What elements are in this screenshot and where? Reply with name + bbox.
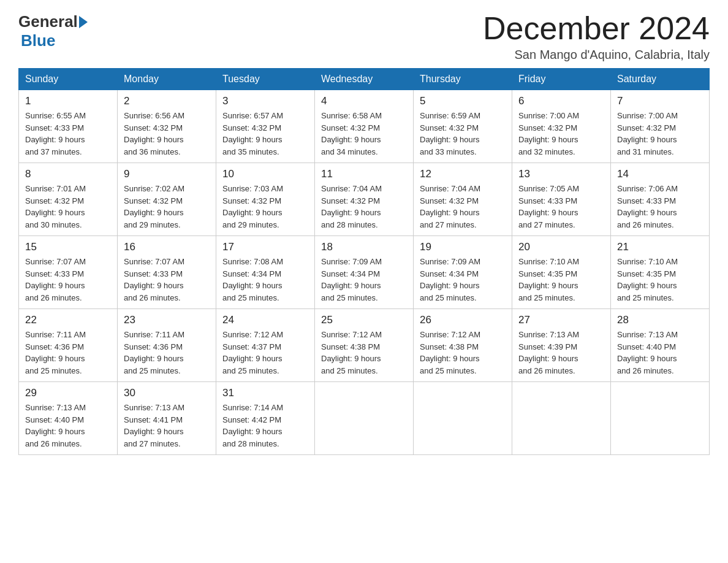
calendar-cell: 12 Sunrise: 7:04 AM Sunset: 4:32 PM Dayl… bbox=[414, 163, 512, 236]
logo-arrow-icon bbox=[79, 16, 88, 28]
location-title: San Mango d'Aquino, Calabria, Italy bbox=[483, 48, 710, 62]
day-number: 3 bbox=[222, 95, 308, 107]
logo: General Blue bbox=[18, 12, 88, 50]
day-number: 5 bbox=[420, 95, 506, 107]
day-number: 29 bbox=[25, 387, 111, 399]
calendar-cell: 10 Sunrise: 7:03 AM Sunset: 4:32 PM Dayl… bbox=[216, 163, 315, 236]
day-number: 15 bbox=[25, 241, 111, 253]
day-info: Sunrise: 7:07 AM Sunset: 4:33 PM Dayligh… bbox=[124, 256, 210, 304]
day-info: Sunrise: 7:13 AM Sunset: 4:41 PM Dayligh… bbox=[124, 402, 210, 450]
day-info: Sunrise: 7:00 AM Sunset: 4:32 PM Dayligh… bbox=[518, 110, 604, 158]
day-info: Sunrise: 7:08 AM Sunset: 4:34 PM Dayligh… bbox=[222, 256, 308, 304]
day-info: Sunrise: 7:04 AM Sunset: 4:32 PM Dayligh… bbox=[420, 183, 506, 231]
calendar-cell: 20 Sunrise: 7:10 AM Sunset: 4:35 PM Dayl… bbox=[512, 236, 611, 309]
calendar-cell: 28 Sunrise: 7:13 AM Sunset: 4:40 PM Dayl… bbox=[611, 309, 710, 382]
day-number: 30 bbox=[124, 387, 210, 399]
day-number: 9 bbox=[124, 168, 210, 180]
day-info: Sunrise: 7:12 AM Sunset: 4:38 PM Dayligh… bbox=[420, 329, 506, 377]
calendar-cell bbox=[315, 382, 414, 455]
day-info: Sunrise: 7:12 AM Sunset: 4:37 PM Dayligh… bbox=[222, 329, 308, 377]
calendar-week-row: 15 Sunrise: 7:07 AM Sunset: 4:33 PM Dayl… bbox=[19, 236, 710, 309]
calendar-cell: 7 Sunrise: 7:00 AM Sunset: 4:32 PM Dayli… bbox=[611, 90, 710, 163]
calendar-cell: 19 Sunrise: 7:09 AM Sunset: 4:34 PM Dayl… bbox=[414, 236, 512, 309]
day-info: Sunrise: 7:05 AM Sunset: 4:33 PM Dayligh… bbox=[518, 183, 604, 231]
calendar-cell: 17 Sunrise: 7:08 AM Sunset: 4:34 PM Dayl… bbox=[216, 236, 315, 309]
calendar-cell: 31 Sunrise: 7:14 AM Sunset: 4:42 PM Dayl… bbox=[216, 382, 315, 455]
day-number: 2 bbox=[124, 95, 210, 107]
calendar-cell: 8 Sunrise: 7:01 AM Sunset: 4:32 PM Dayli… bbox=[19, 163, 118, 236]
day-number: 22 bbox=[25, 314, 111, 326]
logo-general-text: General bbox=[18, 12, 78, 31]
weekday-header-saturday: Saturday bbox=[611, 69, 710, 90]
calendar-cell: 26 Sunrise: 7:12 AM Sunset: 4:38 PM Dayl… bbox=[414, 309, 512, 382]
day-info: Sunrise: 7:13 AM Sunset: 4:40 PM Dayligh… bbox=[617, 329, 703, 377]
calendar-cell: 24 Sunrise: 7:12 AM Sunset: 4:37 PM Dayl… bbox=[216, 309, 315, 382]
day-info: Sunrise: 7:14 AM Sunset: 4:42 PM Dayligh… bbox=[222, 402, 308, 450]
calendar-table: SundayMondayTuesdayWednesdayThursdayFrid… bbox=[18, 68, 710, 455]
day-info: Sunrise: 7:13 AM Sunset: 4:40 PM Dayligh… bbox=[25, 402, 111, 450]
day-number: 12 bbox=[420, 168, 506, 180]
day-info: Sunrise: 7:04 AM Sunset: 4:32 PM Dayligh… bbox=[321, 183, 407, 231]
day-info: Sunrise: 6:55 AM Sunset: 4:33 PM Dayligh… bbox=[25, 110, 111, 158]
calendar-cell bbox=[414, 382, 512, 455]
day-number: 7 bbox=[617, 95, 703, 107]
calendar-cell: 29 Sunrise: 7:13 AM Sunset: 4:40 PM Dayl… bbox=[19, 382, 118, 455]
day-info: Sunrise: 7:00 AM Sunset: 4:32 PM Dayligh… bbox=[617, 110, 703, 158]
day-info: Sunrise: 7:09 AM Sunset: 4:34 PM Dayligh… bbox=[321, 256, 407, 304]
calendar-cell: 14 Sunrise: 7:06 AM Sunset: 4:33 PM Dayl… bbox=[611, 163, 710, 236]
day-info: Sunrise: 7:12 AM Sunset: 4:38 PM Dayligh… bbox=[321, 329, 407, 377]
day-number: 27 bbox=[518, 314, 604, 326]
day-number: 14 bbox=[617, 168, 703, 180]
page-header: General Blue December 2024 San Mango d'A… bbox=[18, 12, 710, 62]
day-number: 25 bbox=[321, 314, 407, 326]
day-number: 10 bbox=[222, 168, 308, 180]
day-number: 6 bbox=[518, 95, 604, 107]
day-number: 20 bbox=[518, 241, 604, 253]
day-info: Sunrise: 7:11 AM Sunset: 4:36 PM Dayligh… bbox=[25, 329, 111, 377]
calendar-week-row: 29 Sunrise: 7:13 AM Sunset: 4:40 PM Dayl… bbox=[19, 382, 710, 455]
day-number: 11 bbox=[321, 168, 407, 180]
calendar-cell: 22 Sunrise: 7:11 AM Sunset: 4:36 PM Dayl… bbox=[19, 309, 118, 382]
day-info: Sunrise: 7:07 AM Sunset: 4:33 PM Dayligh… bbox=[25, 256, 111, 304]
weekday-header-wednesday: Wednesday bbox=[315, 69, 414, 90]
day-number: 28 bbox=[617, 314, 703, 326]
weekday-header-friday: Friday bbox=[512, 69, 611, 90]
day-number: 17 bbox=[222, 241, 308, 253]
calendar-cell: 5 Sunrise: 6:59 AM Sunset: 4:32 PM Dayli… bbox=[414, 90, 512, 163]
day-number: 31 bbox=[222, 387, 308, 399]
calendar-cell: 6 Sunrise: 7:00 AM Sunset: 4:32 PM Dayli… bbox=[512, 90, 611, 163]
calendar-cell: 18 Sunrise: 7:09 AM Sunset: 4:34 PM Dayl… bbox=[315, 236, 414, 309]
calendar-cell bbox=[611, 382, 710, 455]
calendar-header-row: SundayMondayTuesdayWednesdayThursdayFrid… bbox=[19, 69, 710, 90]
calendar-cell: 23 Sunrise: 7:11 AM Sunset: 4:36 PM Dayl… bbox=[118, 309, 216, 382]
day-info: Sunrise: 7:11 AM Sunset: 4:36 PM Dayligh… bbox=[124, 329, 210, 377]
day-info: Sunrise: 6:59 AM Sunset: 4:32 PM Dayligh… bbox=[420, 110, 506, 158]
day-number: 13 bbox=[518, 168, 604, 180]
day-info: Sunrise: 7:13 AM Sunset: 4:39 PM Dayligh… bbox=[518, 329, 604, 377]
day-info: Sunrise: 6:58 AM Sunset: 4:32 PM Dayligh… bbox=[321, 110, 407, 158]
day-number: 8 bbox=[25, 168, 111, 180]
day-number: 18 bbox=[321, 241, 407, 253]
day-info: Sunrise: 6:57 AM Sunset: 4:32 PM Dayligh… bbox=[222, 110, 308, 158]
day-info: Sunrise: 7:09 AM Sunset: 4:34 PM Dayligh… bbox=[420, 256, 506, 304]
day-info: Sunrise: 7:10 AM Sunset: 4:35 PM Dayligh… bbox=[518, 256, 604, 304]
calendar-cell: 2 Sunrise: 6:56 AM Sunset: 4:32 PM Dayli… bbox=[118, 90, 216, 163]
calendar-cell: 30 Sunrise: 7:13 AM Sunset: 4:41 PM Dayl… bbox=[118, 382, 216, 455]
day-info: Sunrise: 6:56 AM Sunset: 4:32 PM Dayligh… bbox=[124, 110, 210, 158]
calendar-cell: 4 Sunrise: 6:58 AM Sunset: 4:32 PM Dayli… bbox=[315, 90, 414, 163]
day-number: 1 bbox=[25, 95, 111, 107]
title-section: December 2024 San Mango d'Aquino, Calabr… bbox=[483, 12, 710, 62]
day-info: Sunrise: 7:02 AM Sunset: 4:32 PM Dayligh… bbox=[124, 183, 210, 231]
day-number: 16 bbox=[124, 241, 210, 253]
weekday-header-sunday: Sunday bbox=[19, 69, 118, 90]
day-number: 23 bbox=[124, 314, 210, 326]
calendar-cell: 25 Sunrise: 7:12 AM Sunset: 4:38 PM Dayl… bbox=[315, 309, 414, 382]
calendar-cell: 9 Sunrise: 7:02 AM Sunset: 4:32 PM Dayli… bbox=[118, 163, 216, 236]
calendar-cell: 11 Sunrise: 7:04 AM Sunset: 4:32 PM Dayl… bbox=[315, 163, 414, 236]
calendar-week-row: 22 Sunrise: 7:11 AM Sunset: 4:36 PM Dayl… bbox=[19, 309, 710, 382]
calendar-week-row: 1 Sunrise: 6:55 AM Sunset: 4:33 PM Dayli… bbox=[19, 90, 710, 163]
calendar-cell: 27 Sunrise: 7:13 AM Sunset: 4:39 PM Dayl… bbox=[512, 309, 611, 382]
calendar-cell: 15 Sunrise: 7:07 AM Sunset: 4:33 PM Dayl… bbox=[19, 236, 118, 309]
day-info: Sunrise: 7:10 AM Sunset: 4:35 PM Dayligh… bbox=[617, 256, 703, 304]
weekday-header-thursday: Thursday bbox=[414, 69, 512, 90]
